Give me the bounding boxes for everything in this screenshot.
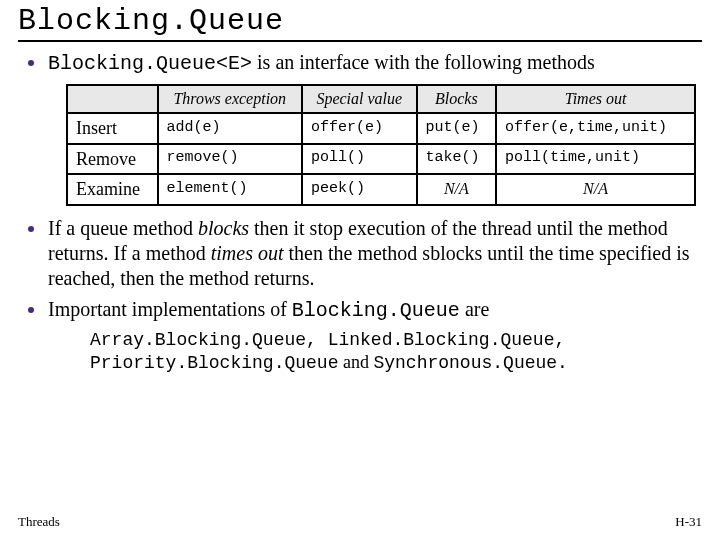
b2-i2: times out xyxy=(211,242,284,264)
b3-t2: are xyxy=(460,298,489,320)
cell: offer(e) xyxy=(302,113,417,144)
impls-line1: Array.Blocking.Queue, Linked.Blocking.Qu… xyxy=(90,329,692,352)
cell: poll(time,unit) xyxy=(496,144,695,175)
impls-and: and xyxy=(338,352,373,372)
cell: peek() xyxy=(302,174,417,205)
bullet-impls: Important implementations of Blocking.Qu… xyxy=(28,297,692,323)
cell-na: N/A xyxy=(496,174,695,205)
b2-t1: If a queue method xyxy=(48,217,198,239)
row-label: Remove xyxy=(67,144,158,175)
footer-right: H-31 xyxy=(675,514,702,530)
bullet-dot xyxy=(28,60,34,66)
impls-line2a: Priority.Blocking.Queue xyxy=(90,353,338,373)
th-blocks: Blocks xyxy=(417,85,497,113)
interface-code: Blocking.Queue<E> xyxy=(48,52,252,75)
bullet-interface: Blocking.Queue<E> is an interface with t… xyxy=(28,50,692,76)
impls-line2b: Synchronous.Queue. xyxy=(373,353,567,373)
bullet-blocks-desc: If a queue method blocks then it stop ex… xyxy=(28,216,692,291)
bullet-dot xyxy=(28,307,34,313)
interface-text: is an interface with the following metho… xyxy=(252,51,595,73)
th-special: Special value xyxy=(302,85,417,113)
table-row: Examine element() peek() N/A N/A xyxy=(67,174,695,205)
cell: element() xyxy=(158,174,302,205)
footer-left: Threads xyxy=(18,514,60,530)
row-label: Examine xyxy=(67,174,158,205)
methods-table: Throws exception Special value Blocks Ti… xyxy=(66,84,696,206)
bullet-dot xyxy=(28,226,34,232)
table-row: Remove remove() poll() take() poll(time,… xyxy=(67,144,695,175)
cell: offer(e,time,unit) xyxy=(496,113,695,144)
th-throws: Throws exception xyxy=(158,85,302,113)
cell: take() xyxy=(417,144,497,175)
cell: remove() xyxy=(158,144,302,175)
cell: poll() xyxy=(302,144,417,175)
slide-title: Blocking.Queue xyxy=(18,4,702,38)
cell: put(e) xyxy=(417,113,497,144)
cell-na: N/A xyxy=(417,174,497,205)
impls-list: Array.Blocking.Queue, Linked.Blocking.Qu… xyxy=(90,329,692,375)
cell: add(e) xyxy=(158,113,302,144)
b3-c1: Blocking.Queue xyxy=(292,299,460,322)
th-timesout: Times out xyxy=(496,85,695,113)
b2-i1: blocks xyxy=(198,217,249,239)
b3-t1: Important implementations of xyxy=(48,298,292,320)
th-corner xyxy=(67,85,158,113)
row-label: Insert xyxy=(67,113,158,144)
table-row: Insert add(e) offer(e) put(e) offer(e,ti… xyxy=(67,113,695,144)
